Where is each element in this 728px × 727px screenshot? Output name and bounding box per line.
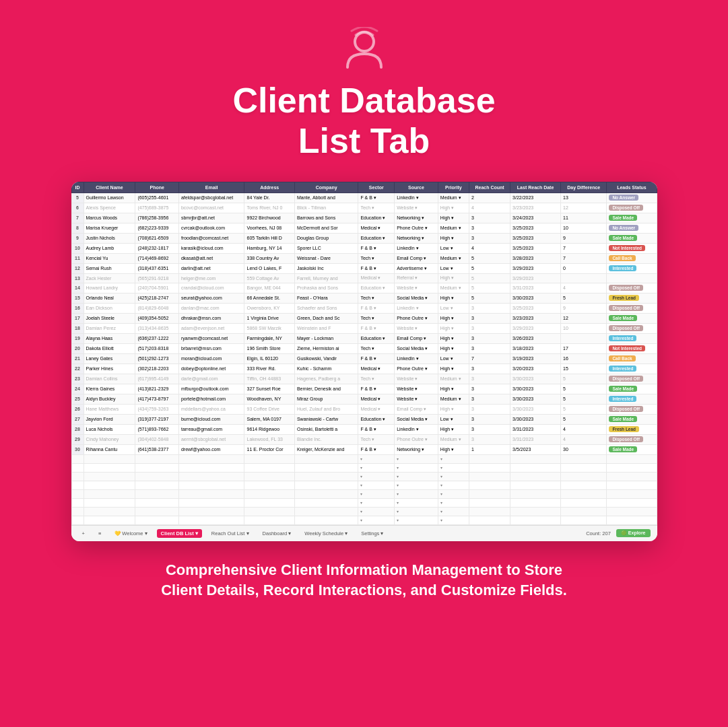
table-row[interactable]: 16Ean Dickson(814)829-6048danlan@mac.com… (71, 303, 657, 313)
table-row[interactable]: 7Marcus Woods(786)258-3956sbmrjbr@att.ne… (71, 213, 657, 223)
table-row[interactable]: 30Rihanna Cantu(641)538-2377drewf@yahoo.… (71, 444, 657, 454)
col-reach-count: Reach Count (469, 182, 510, 193)
table-row[interactable]: 17Joelah Steele(409)354-5052dhrakar@msn.… (71, 313, 657, 323)
col-address: Address (244, 182, 294, 193)
table-row[interactable]: 10Audrey Lamb(248)232-1817karasik@icloud… (71, 243, 657, 253)
footer-tab-settings[interactable]: Settings ▾ (357, 529, 387, 538)
col-client-name: Client Name (84, 182, 135, 193)
col-source: Source (395, 182, 438, 193)
footer-tab-weekly-schedule[interactable]: Weekly Schedule ▾ (300, 529, 352, 538)
footer-tabs: + ≡ 💛 Welcome ▾ Client DB List ▾ Reach O… (78, 529, 388, 538)
table-row[interactable]: 26Hane Matthews(434)759-3263mddellars@ya… (71, 404, 657, 414)
col-company: Company (294, 182, 358, 193)
table-row: ▾▾▾ (71, 489, 657, 498)
table-row: ▾▾▾ (71, 472, 657, 481)
table-row: ▾▾▾ (71, 481, 657, 489)
table-row[interactable]: 14Howard Landry(240)704-5901crandal@iclo… (71, 283, 657, 293)
spreadsheet-container: ID Client Name Phone Email Address Compa… (71, 182, 657, 541)
table-header-row: ID Client Name Phone Email Address Compa… (71, 182, 657, 193)
client-table: ID Client Name Phone Email Address Compa… (71, 182, 657, 525)
table-row[interactable]: 22Parker Hines(302)218-2203dobey@optonli… (71, 364, 657, 374)
table-row[interactable]: 9Justin Nichols(708)621-6509froodlan@com… (71, 233, 657, 243)
table-row[interactable]: 5Guillermo Lawson(605)255-4601afeldspar@… (71, 193, 657, 203)
footer-tab-dashboard[interactable]: Dashboard ▾ (259, 529, 296, 538)
table-row: ▾▾▾ (71, 516, 657, 524)
table-row[interactable]: 20Dakota Elliott(517)203-8318brbarret@ms… (71, 343, 657, 353)
col-leads-status: Leads Status (607, 182, 657, 193)
table-row: ▾▾▾ (71, 454, 657, 463)
table-row[interactable]: 11Kencial Yu(714)469-8692dkasat@att.net3… (71, 253, 657, 263)
page-title: Client DatabaseList Tab (232, 81, 495, 162)
footer-tab-welcome[interactable]: 💛 Welcome ▾ (110, 529, 151, 538)
bottom-description: Comprehensive Client Information Managem… (121, 560, 607, 602)
table-row[interactable]: 8Marisa Krueger(682)223-9339cvrcak@outlo… (71, 223, 657, 233)
table-row[interactable]: 6Alexis Spence(475)689-3875bcovc@comcast… (71, 203, 657, 213)
col-email: Email (178, 182, 244, 193)
footer-right: Count: 207 🟢 Explore (586, 529, 650, 537)
footer-menu-btn[interactable]: ≡ (94, 529, 105, 538)
table-row[interactable]: 29Cindy Mahoney(304)402-5848aermt@sbcglo… (71, 434, 657, 444)
explore-button[interactable]: 🟢 Explore (616, 529, 651, 537)
table-row: ▾▾▾ (71, 463, 657, 472)
logo-icon (341, 27, 388, 74)
table-row[interactable]: 21Laney Gates(501)292-1273moran@icloud.c… (71, 353, 657, 364)
table-row[interactable]: 23Damian Collins(617)995-4149darle@gmail… (71, 374, 657, 384)
table-row[interactable]: 18Damian Perez(313)434-8635adam@evenjson… (71, 323, 657, 333)
top-section: Client DatabaseList Tab (0, 0, 728, 182)
table-row[interactable]: 19Alayna Haas(636)237-1222ryanwm@comcast… (71, 333, 657, 343)
table-row: ▾▾▾ (71, 498, 657, 507)
col-sector: Sector (358, 182, 395, 193)
table-row[interactable]: 28Luca Nichols(571)893-7662tarreau@gmail… (71, 424, 657, 434)
col-last-reach-date: Last Reach Date (510, 182, 561, 193)
table-row[interactable]: 24Klerra Gaines(413)821-2329mfburgo@outl… (71, 384, 657, 394)
col-day-diff: Day Difference (561, 182, 607, 193)
table-row[interactable]: 25Aidyn Buckley(417)473-8797portele@hotm… (71, 394, 657, 404)
footer-tab-reach-out-list[interactable]: Reach Out List ▾ (207, 529, 253, 538)
col-phone: Phone (135, 182, 179, 193)
table-row[interactable]: 12Semai Rush(318)437-6351darlin@att.netL… (71, 263, 657, 273)
table-row[interactable]: 15Orlando Neal(425)218-2747seurat@yahoo.… (71, 293, 657, 303)
svg-point-0 (355, 32, 374, 51)
footer-tab-client-db-list[interactable]: Client DB List ▾ (157, 529, 202, 538)
sheet-footer: + ≡ 💛 Welcome ▾ Client DB List ▾ Reach O… (71, 525, 657, 541)
footer-add-btn[interactable]: + (78, 529, 89, 538)
table-row[interactable]: 13Zack Hester(565)291-9218helger@me.com5… (71, 273, 657, 283)
table-row[interactable]: 27Jayvion Ford(319)377-2197burne@icloud.… (71, 414, 657, 424)
col-priority: Priority (438, 182, 469, 193)
count-label: Count: 207 (586, 530, 611, 536)
col-id: ID (71, 182, 84, 193)
table-row: ▾▾▾ (71, 507, 657, 516)
